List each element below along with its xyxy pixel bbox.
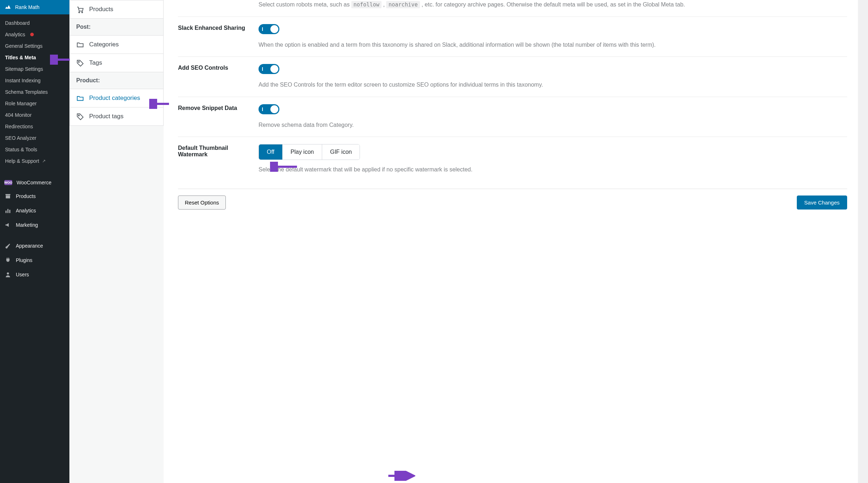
setting-label: Default Thumbnail Watermark	[178, 144, 259, 174]
svg-point-8	[78, 61, 79, 63]
setting-remove-snippet: Remove Snippet Data Remove schema data f…	[178, 97, 847, 137]
setting-desc: When the option is enabled and a term fr…	[259, 40, 847, 50]
subnav-products[interactable]: Products	[69, 0, 164, 19]
reset-button[interactable]: Reset Options	[178, 196, 226, 210]
setting-label: Add SEO Controls	[178, 64, 259, 89]
settings-footer: Reset Options Save Changes	[178, 189, 847, 210]
svg-point-6	[79, 12, 80, 13]
menu-appearance[interactable]: Appearance	[0, 239, 69, 253]
svg-point-7	[82, 12, 83, 13]
submenu-general-settings[interactable]: General Settings	[0, 40, 69, 52]
cart-icon	[76, 6, 83, 13]
tag-icon	[76, 113, 83, 120]
subnav-product-tags[interactable]: Product tags	[69, 107, 164, 126]
setting-slack-sharing: Slack Enhanced Sharing When the option i…	[178, 17, 847, 57]
submenu-404-monitor[interactable]: 404 Monitor	[0, 109, 69, 121]
wp-admin-sidebar: Rank Math Dashboard Analytics General Se…	[0, 0, 69, 483]
submenu-dashboard[interactable]: Dashboard	[0, 17, 69, 29]
svg-rect-1	[6, 196, 10, 198]
rank-math-submenu: Dashboard Analytics General Settings Tit…	[0, 14, 69, 170]
menu-products[interactable]: Products	[0, 189, 69, 203]
menu-plugins[interactable]: Plugins	[0, 253, 69, 267]
code-noarchive: noarchive	[386, 1, 420, 8]
plug-icon	[4, 257, 12, 264]
watermark-off[interactable]: Off	[259, 144, 283, 160]
svg-rect-3	[8, 209, 9, 213]
watermark-play[interactable]: Play icon	[283, 144, 322, 160]
setting-desc: Select the default watermark that will b…	[259, 165, 847, 174]
save-button[interactable]: Save Changes	[797, 196, 847, 210]
setting-seo-controls: Add SEO Controls Add the SEO Controls fo…	[178, 57, 847, 97]
toggle-slack[interactable]	[259, 24, 279, 34]
titles-meta-subnav: Products Post: Categories Tags Product: …	[69, 0, 164, 483]
setting-label: Slack Enhanced Sharing	[178, 24, 259, 50]
subnav-tags[interactable]: Tags	[69, 54, 164, 72]
external-link-icon: ↗	[42, 158, 46, 164]
folder-icon	[76, 95, 83, 102]
watermark-gif[interactable]: GIF icon	[322, 144, 360, 160]
user-icon	[4, 271, 12, 278]
subnav-product-categories[interactable]: Product categories	[69, 89, 164, 107]
tag-icon	[76, 59, 83, 66]
setting-label	[178, 0, 259, 9]
svg-rect-4	[9, 210, 10, 213]
menu-users[interactable]: Users	[0, 267, 69, 282]
folder-icon	[76, 41, 83, 48]
submenu-status-tools[interactable]: Status & Tools	[0, 144, 69, 155]
annotation-arrow	[387, 471, 415, 481]
submenu-titles-meta[interactable]: Titles & Meta	[0, 52, 69, 63]
submenu-sitemap[interactable]: Sitemap Settings	[0, 63, 69, 75]
submenu-schema-templates[interactable]: Schema Templates	[0, 86, 69, 98]
subnav-header-post: Post:	[69, 19, 164, 36]
svg-point-9	[78, 115, 79, 116]
toggle-seo-controls[interactable]	[259, 64, 279, 74]
svg-rect-2	[5, 211, 6, 213]
bar-chart-icon	[4, 207, 12, 214]
svg-rect-0	[5, 194, 10, 195]
setting-watermark: Default Thumbnail Watermark Off Play ico…	[178, 137, 847, 181]
code-nofollow: nofollow	[351, 1, 382, 8]
megaphone-icon	[4, 221, 12, 229]
setting-robots-meta: Select custom robots meta, such as nofol…	[178, 0, 847, 17]
svg-point-5	[7, 272, 9, 275]
watermark-options: Off Play icon GIF icon	[259, 144, 360, 160]
archive-icon	[4, 193, 12, 200]
menu-rank-math[interactable]: Rank Math	[0, 0, 69, 14]
menu-analytics[interactable]: Analytics	[0, 203, 69, 218]
subnav-header-product: Product:	[69, 72, 164, 89]
toggle-remove-snippet[interactable]	[259, 104, 279, 114]
menu-label: Rank Math	[15, 4, 40, 10]
setting-desc: Remove schema data from Category.	[259, 120, 847, 130]
menu-marketing[interactable]: Marketing	[0, 218, 69, 232]
submenu-role-manager[interactable]: Role Manager	[0, 98, 69, 109]
submenu-instant-indexing[interactable]: Instant Indexing	[0, 75, 69, 86]
setting-label: Remove Snippet Data	[178, 104, 259, 130]
rank-math-icon	[4, 4, 12, 11]
setting-desc: Add the SEO Controls for the term editor…	[259, 80, 847, 89]
subnav-categories[interactable]: Categories	[69, 36, 164, 54]
submenu-help-support[interactable]: Help & Support ↗	[0, 155, 69, 167]
submenu-redirections[interactable]: Redirections	[0, 121, 69, 132]
submenu-analytics[interactable]: Analytics	[0, 29, 69, 40]
woo-icon: WOO	[4, 180, 12, 185]
submenu-seo-analyzer[interactable]: SEO Analyzer	[0, 132, 69, 144]
brush-icon	[4, 242, 12, 249]
setting-desc: Select custom robots meta, such as nofol…	[259, 0, 847, 9]
settings-panel: Select custom robots meta, such as nofol…	[164, 0, 858, 483]
menu-woocommerce[interactable]: WOO WooCommerce	[0, 176, 69, 189]
